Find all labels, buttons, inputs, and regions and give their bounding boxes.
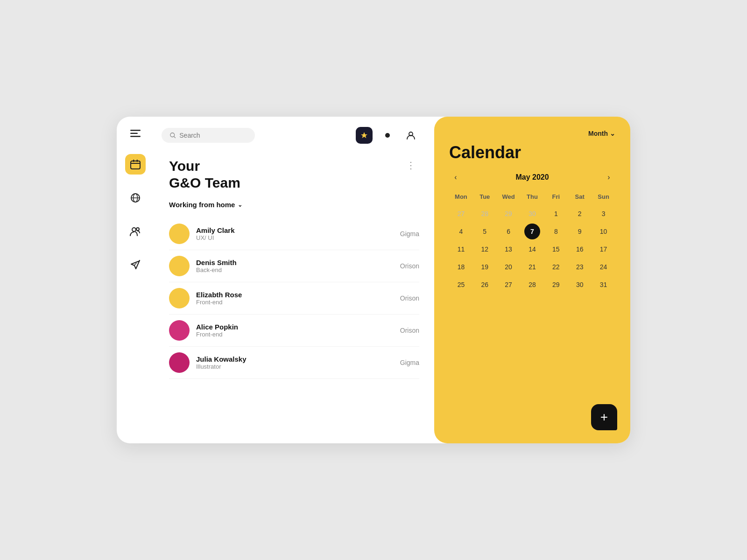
member-team: Gigma bbox=[400, 359, 419, 366]
avatar bbox=[169, 320, 190, 341]
cal-day[interactable]: 24 bbox=[596, 259, 612, 275]
cal-day[interactable]: 25 bbox=[453, 277, 469, 293]
cal-day[interactable]: 28 bbox=[524, 277, 540, 293]
sidebar-item-send[interactable] bbox=[125, 255, 146, 275]
cal-day[interactable]: 12 bbox=[477, 241, 493, 257]
cal-day[interactable]: 11 bbox=[453, 241, 469, 257]
search-icon bbox=[170, 132, 176, 139]
cal-day[interactable]: 13 bbox=[500, 241, 516, 257]
member-team: Gigma bbox=[400, 230, 419, 238]
cal-day[interactable]: 15 bbox=[548, 241, 564, 257]
cal-day[interactable]: 27 bbox=[500, 277, 516, 293]
next-month-button[interactable]: › bbox=[602, 171, 615, 184]
sidebar-item-calendar[interactable] bbox=[125, 154, 146, 175]
sidebar-item-globe[interactable] bbox=[125, 188, 146, 208]
cal-day-header: Thu bbox=[521, 191, 544, 204]
svg-point-8 bbox=[132, 228, 136, 231]
cal-day[interactable]: 14 bbox=[524, 241, 540, 257]
svg-rect-3 bbox=[131, 161, 140, 169]
team-list: Amily ClarkUX/ UIGigmaDenis SmithBack-en… bbox=[169, 218, 419, 436]
cal-day[interactable]: 30 bbox=[524, 206, 540, 222]
cal-day[interactable]: 19 bbox=[477, 259, 493, 275]
member-role: UX/ UI bbox=[196, 234, 400, 241]
list-item[interactable]: Amily ClarkUX/ UIGigma bbox=[169, 218, 419, 250]
cal-day[interactable]: 31 bbox=[596, 277, 612, 293]
cal-day[interactable]: 27 bbox=[453, 206, 469, 222]
svg-point-11 bbox=[385, 133, 390, 138]
avatar bbox=[169, 256, 190, 276]
chevron-down-icon: ⌄ bbox=[238, 202, 242, 208]
cal-day[interactable]: 4 bbox=[453, 224, 469, 239]
list-item[interactable]: Elizabth RoseFront-endOrison bbox=[169, 282, 419, 315]
cal-day[interactable]: 3 bbox=[596, 206, 612, 222]
search-input[interactable] bbox=[179, 132, 247, 139]
header-right bbox=[356, 127, 419, 144]
sidebar-item-team[interactable] bbox=[125, 221, 146, 242]
cal-day[interactable]: 5 bbox=[477, 224, 493, 239]
cal-day[interactable]: 18 bbox=[453, 259, 469, 275]
svg-rect-5 bbox=[137, 160, 138, 162]
cal-day[interactable]: 23 bbox=[572, 259, 588, 275]
calendar-nav: ‹ May 2020 › bbox=[449, 171, 615, 184]
avatar bbox=[169, 352, 190, 373]
working-from-home-filter[interactable]: Working from home ⌄ bbox=[169, 201, 242, 209]
cal-day[interactable]: 20 bbox=[500, 259, 516, 275]
list-item[interactable]: Alice PopkinFront-endOrison bbox=[169, 315, 419, 347]
app-container: Your G&O Team ⋮ Working from home ⌄ Amil… bbox=[117, 117, 630, 443]
list-item[interactable]: Julia KowalskyIllustratorGigma bbox=[169, 347, 419, 379]
notification-button[interactable] bbox=[379, 127, 396, 144]
cal-day[interactable]: 29 bbox=[500, 206, 516, 222]
team-title: Your G&O Team bbox=[169, 158, 240, 191]
member-team: Orison bbox=[400, 294, 419, 302]
more-options-button[interactable]: ⋮ bbox=[402, 158, 419, 173]
prev-month-button[interactable]: ‹ bbox=[449, 171, 462, 184]
cal-day-header: Sat bbox=[568, 191, 592, 204]
cal-day[interactable]: 9 bbox=[572, 224, 588, 239]
list-item[interactable]: Denis SmithBack-endOrison bbox=[169, 250, 419, 282]
member-name: Julia Kowalsky bbox=[196, 355, 400, 363]
person-icon bbox=[407, 131, 415, 140]
member-role: Back-end bbox=[196, 266, 400, 273]
cal-day-header: Tue bbox=[473, 191, 497, 204]
avatar bbox=[169, 224, 190, 244]
cal-day[interactable]: 26 bbox=[477, 277, 493, 293]
svg-point-9 bbox=[136, 228, 139, 231]
cal-day[interactable]: 22 bbox=[548, 259, 564, 275]
cal-day[interactable]: 16 bbox=[572, 241, 588, 257]
calendar-panel: Month ⌄ Calendar ‹ May 2020 › MonTueWedT… bbox=[434, 117, 630, 443]
main-content: Your G&O Team ⋮ Working from home ⌄ Amil… bbox=[154, 117, 434, 443]
month-view-button[interactable]: Month ⌄ bbox=[588, 130, 615, 137]
calendar-view-selector: Month ⌄ bbox=[449, 130, 615, 137]
menu-icon[interactable] bbox=[130, 130, 141, 137]
member-team: Orison bbox=[400, 327, 419, 334]
cal-day[interactable]: 30 bbox=[572, 277, 588, 293]
svg-rect-1 bbox=[130, 133, 138, 134]
star-button[interactable] bbox=[356, 127, 373, 144]
sidebar bbox=[117, 117, 154, 443]
member-role: Front-end bbox=[196, 331, 400, 338]
cal-day-header: Mon bbox=[449, 191, 473, 204]
member-name: Denis Smith bbox=[196, 259, 400, 266]
profile-button[interactable] bbox=[402, 127, 419, 144]
cal-day[interactable]: 2 bbox=[572, 206, 588, 222]
svg-rect-0 bbox=[130, 130, 141, 131]
avatar bbox=[169, 288, 190, 308]
cal-day-header: Sun bbox=[592, 191, 615, 204]
cal-day[interactable]: 28 bbox=[477, 206, 493, 222]
add-event-button[interactable]: + bbox=[591, 404, 617, 430]
search-bar[interactable] bbox=[162, 128, 255, 143]
cal-day[interactable]: 6 bbox=[500, 224, 516, 239]
svg-rect-4 bbox=[133, 160, 134, 162]
cal-day[interactable]: 10 bbox=[596, 224, 612, 239]
month-year-label: May 2020 bbox=[515, 173, 549, 182]
cal-day[interactable]: 7 bbox=[524, 224, 540, 239]
cal-day[interactable]: 1 bbox=[548, 206, 564, 222]
cal-day[interactable]: 29 bbox=[548, 277, 564, 293]
cal-day[interactable]: 21 bbox=[524, 259, 540, 275]
cal-day[interactable]: 8 bbox=[548, 224, 564, 239]
member-role: Front-end bbox=[196, 299, 400, 306]
member-name: Elizabth Rose bbox=[196, 291, 400, 299]
chevron-down-icon: ⌄ bbox=[610, 130, 615, 137]
cal-day[interactable]: 17 bbox=[596, 241, 612, 257]
member-name: Amily Clark bbox=[196, 226, 400, 234]
